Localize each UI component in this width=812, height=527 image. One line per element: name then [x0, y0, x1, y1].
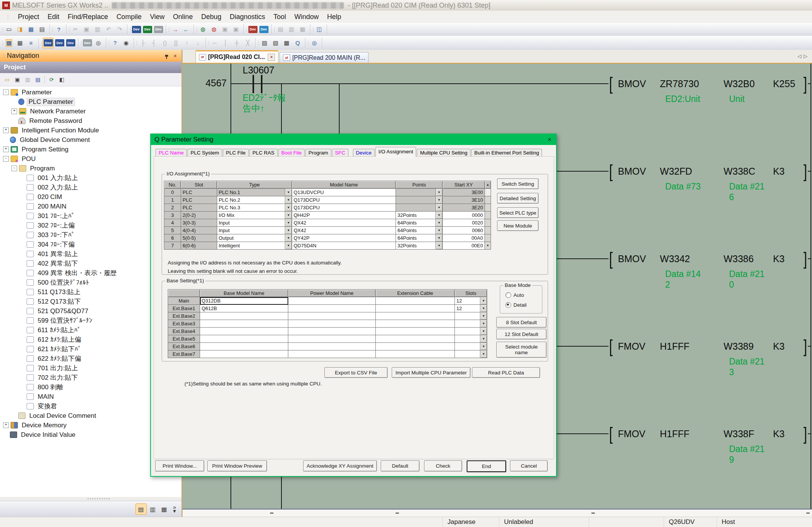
window-cascade-icon[interactable]: ▤	[275, 24, 286, 34]
module-configuration-icon[interactable]: ▦	[15, 38, 25, 48]
tree-item-plc-parameter[interactable]: PLC Parameter	[0, 97, 181, 107]
device-watch-icon[interactable]: Dev	[82, 38, 92, 48]
device-test-2-icon[interactable]: Q	[292, 38, 303, 48]
dropdown-arrow-icon[interactable]: ▼	[435, 196, 442, 204]
close-contact-icon[interactable]: ┤	[149, 38, 159, 48]
dialog-close-icon[interactable]: ×	[546, 136, 553, 143]
base-model-name-field[interactable]	[200, 312, 288, 320]
io-cell-type-dropdown[interactable]: Intelligent▼	[217, 242, 292, 250]
slots-dropdown[interactable]: ▼	[455, 350, 487, 358]
power-model-name-field[interactable]	[288, 343, 376, 350]
paste-item-icon[interactable]: ▥	[23, 75, 32, 84]
read-from-plc-icon[interactable]: ←	[181, 24, 191, 34]
property-icon[interactable]: ▤	[33, 75, 43, 84]
tree-item-network-parameter[interactable]: +Network Parameter	[0, 107, 181, 116]
dropdown-arrow-icon[interactable]: ▼	[480, 297, 487, 304]
instruction-block[interactable]: [BMOVZR78730W32B0K255]	[609, 74, 808, 94]
base-model-name-field[interactable]	[200, 343, 288, 350]
button-print-window-preview[interactable]: Print Window Preview	[207, 460, 267, 471]
toolbar-overflow-chevron[interactable]: »▾	[173, 505, 176, 513]
dropdown-arrow-icon[interactable]: ▼	[480, 343, 487, 350]
work-list-icon[interactable]: ≡	[26, 38, 36, 48]
monitor-start-icon[interactable]: ◍	[198, 24, 208, 34]
button-select-plc-type[interactable]: Select PLC type	[497, 207, 539, 218]
dropdown-arrow-icon[interactable]: ▼	[285, 234, 292, 242]
line-cross-icon[interactable]: ┼	[232, 38, 242, 48]
button-detailed-setting[interactable]: Detailed Setting	[497, 193, 539, 204]
help-icon[interactable]: ?	[54, 24, 64, 34]
filter-icon[interactable]: ◧	[57, 75, 67, 84]
rising-pulse-icon[interactable]: ↑	[182, 38, 192, 48]
io-cell-model[interactable]: Q13UDVCPU	[292, 189, 396, 196]
project-select-icon[interactable]: ▤	[135, 503, 147, 515]
tree-item-parameter[interactable]: -Parameter	[0, 88, 181, 97]
io-cell-startxy[interactable]: 0060	[443, 227, 485, 234]
redo-icon[interactable]: ↷	[114, 24, 125, 34]
io-cell-startxy[interactable]: 0000	[443, 212, 485, 219]
window-arrange-icon[interactable]: ▦	[297, 24, 308, 34]
device-monitor-icon[interactable]: Dev	[142, 24, 153, 34]
io-scrollbar-track[interactable]	[485, 234, 491, 242]
base-mode-option-auto[interactable]: Auto	[505, 292, 524, 298]
monitor-read-icon[interactable]: ▣	[231, 24, 241, 34]
instruction-block[interactable]: [FMOVH1FFFW338FK3]	[609, 424, 808, 444]
instruction-block[interactable]: [BMOVW32FDW338CK3]	[609, 161, 808, 181]
io-cell-startxy[interactable]: 3E00	[443, 189, 485, 196]
undo-icon[interactable]: ↶	[103, 24, 114, 34]
base-mode-option-detail[interactable]: Detail	[505, 302, 527, 308]
menu-item-diagnostics[interactable]: Diagnostics	[226, 12, 269, 22]
base-model-name-field[interactable]: Q312DB	[200, 297, 288, 305]
slots-dropdown[interactable]: 12▼	[455, 297, 487, 305]
tree-expander-minus[interactable]: -	[3, 89, 9, 95]
statement-display-icon[interactable]: ▧	[270, 38, 281, 48]
tree-expander-plus[interactable]: +	[3, 422, 9, 428]
io-cell-points-dropdown[interactable]: ▼	[396, 189, 443, 196]
dialog-tab-sfc[interactable]: SFC	[332, 149, 348, 157]
io-scrollbar-track[interactable]	[485, 196, 491, 204]
copy-icon[interactable]: ▣	[81, 24, 92, 34]
button-acknowledge-xy-assignment[interactable]: Acknowledge XY Assignment	[303, 460, 377, 471]
dialog-tab-program[interactable]: Program	[305, 149, 331, 157]
io-cell-points-dropdown[interactable]: ▼	[396, 196, 443, 204]
device-test-icon[interactable]: Dev	[153, 24, 164, 34]
auto-hide-pin-icon[interactable]	[163, 52, 170, 59]
screen-display-icon[interactable]: ◫	[314, 24, 324, 34]
tab-scroll-right-icon[interactable]: ▷	[804, 53, 810, 59]
window-tile-icon[interactable]: ▥	[286, 24, 297, 34]
falling-pulse-icon[interactable]: ↓	[193, 38, 203, 48]
dialog-tab-plc-file[interactable]: PLC File	[223, 149, 249, 157]
dropdown-arrow-icon[interactable]: ▼	[285, 227, 292, 234]
button-12-slot-default[interactable]: 12 Slot Default	[496, 329, 547, 339]
base-model-name-field[interactable]	[200, 320, 288, 328]
io-cell-type-dropdown[interactable]: PLC No.2▼	[217, 196, 292, 204]
tree-expander-plus[interactable]: +	[11, 108, 17, 114]
dropdown-arrow-icon[interactable]: ▼	[435, 212, 442, 219]
line-delete-icon[interactable]: ╳	[243, 38, 253, 48]
power-model-name-field[interactable]	[288, 305, 376, 312]
menu-item-find-replace[interactable]: Find/Replace	[64, 12, 112, 22]
extension-cable-field[interactable]	[376, 328, 455, 335]
document-tab-1[interactable]: ⇄[PRG]Read 020 CI...×	[195, 50, 278, 63]
menu-item-online[interactable]: Online	[169, 12, 197, 22]
menu-item-view[interactable]: View	[146, 12, 169, 22]
button-8-slot-default[interactable]: 8 Slot Default	[496, 317, 547, 328]
io-cell-model[interactable]: QX42	[292, 227, 396, 234]
connection-destination-icon[interactable]: ▦	[159, 504, 170, 514]
navigation-splitter-grip[interactable]: ••••••••••	[0, 497, 181, 501]
application-instruction-icon[interactable]: []	[171, 38, 181, 48]
user-library-icon[interactable]: ▥	[148, 504, 158, 514]
monitor-write-icon[interactable]: ▣	[220, 24, 230, 34]
dialog-tab-boot-file[interactable]: Boot File	[278, 149, 305, 157]
document-tab-2[interactable]: ⇄[PRG]Read 200 MAIN (R...	[280, 52, 369, 63]
tab-scroll-arrows[interactable]: ◁▷	[798, 53, 810, 59]
menu-item-debug[interactable]: Debug	[197, 12, 226, 22]
io-cell-type-dropdown[interactable]: PLC No.3▼	[217, 204, 292, 212]
button-print-window[interactable]: Print Window...	[155, 460, 204, 471]
io-cell-type-dropdown[interactable]: Input▼	[217, 219, 292, 227]
slots-dropdown[interactable]: ▼	[455, 328, 487, 335]
menu-item-compile[interactable]: Compile	[112, 12, 146, 22]
io-cell-points-dropdown[interactable]: 64Points▼	[396, 227, 443, 234]
extension-cable-field[interactable]	[376, 312, 455, 320]
device-register-icon[interactable]: Dev	[248, 24, 258, 34]
io-cell-model[interactable]: QX42	[292, 219, 396, 227]
